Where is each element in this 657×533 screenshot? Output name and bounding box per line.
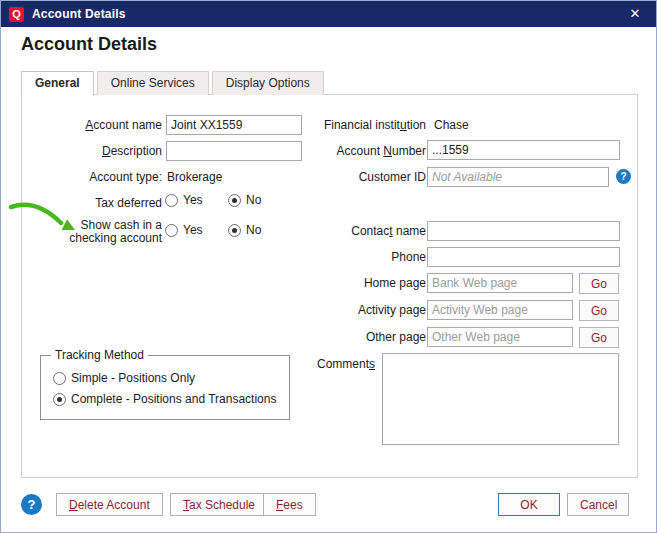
customer-id-help-icon[interactable]: ? [616,169,631,184]
account-details-dialog: Q Account Details ✕ Account Details Gene… [0,0,657,533]
tab-bar: General Online Services Display Options [21,71,327,95]
contact-name-label: Contact name [252,224,426,238]
account-type-label: Account type: [27,170,162,184]
contact-name-input[interactable] [427,221,620,241]
radio-button-icon [53,393,66,406]
delete-account-button[interactable]: Delete Account [56,493,163,516]
window-title: Account Details [32,7,126,21]
description-label: Description [27,144,162,158]
activity-page-label: Activity page [252,303,426,317]
home-page-go-button[interactable]: Go [579,273,619,294]
financial-institution-value: Chase [434,118,469,132]
tab-online-services[interactable]: Online Services [97,71,209,95]
home-page-label: Home page [252,276,426,290]
close-icon[interactable]: ✕ [614,1,656,27]
tracking-method-legend: Tracking Method [51,348,148,362]
radio-button-icon [228,194,241,207]
comments-label: Comments [252,357,375,371]
show-cash-label-line2: checking account [27,232,162,245]
phone-label: Phone [252,250,426,264]
show-cash-label: Show cash in a checking account [27,219,162,245]
other-page-go-button[interactable]: Go [579,327,619,348]
other-page-input[interactable] [427,327,573,347]
tracking-simple-radio[interactable]: Simple - Positions Only [53,371,279,385]
account-type-value: Brokerage [167,170,222,184]
activity-page-go-button[interactable]: Go [579,300,619,321]
radio-button-icon [228,224,241,237]
radio-label: Yes [183,193,203,207]
tab-display-options[interactable]: Display Options [212,71,324,95]
account-number-label: Account Number [252,144,426,158]
ok-button[interactable]: OK [498,493,560,516]
home-page-input[interactable] [427,273,573,293]
radio-button-icon [53,372,66,385]
tax-deferred-label: Tax deferred [27,196,162,210]
tracking-complete-radio[interactable]: Complete - Positions and Transactions [53,392,279,406]
radio-label: Yes [183,223,203,237]
quicken-logo-icon: Q [9,7,24,22]
cancel-button[interactable]: Cancel [567,493,629,516]
page-title: Account Details [21,34,157,55]
radio-label: Simple - Positions Only [71,371,195,385]
radio-label: Complete - Positions and Transactions [71,392,276,406]
account-name-label: Account name [27,118,162,132]
help-icon[interactable]: ? [21,494,42,515]
activity-page-input[interactable] [427,300,573,320]
customer-id-input[interactable] [427,167,609,187]
tax-schedule-button[interactable]: Tax Schedule [170,493,268,516]
financial-institution-label: Financial institution [252,118,426,132]
show-cash-yes-radio[interactable]: Yes [165,223,203,237]
customer-id-label: Customer ID [252,170,426,184]
titlebar: Q Account Details ✕ [1,1,656,27]
tab-general[interactable]: General [21,71,94,96]
radio-button-icon [165,224,178,237]
other-page-label: Other page [252,330,426,344]
account-number-input[interactable] [427,140,620,160]
phone-input[interactable] [427,247,620,267]
general-tab-panel: Account name Description Account type: B… [21,94,638,478]
comments-textarea[interactable] [382,353,619,445]
fees-button[interactable]: Fees [263,493,316,516]
tax-deferred-no-radio[interactable]: No [228,193,261,207]
radio-label: No [246,193,261,207]
tax-deferred-yes-radio[interactable]: Yes [165,193,203,207]
radio-button-icon [165,194,178,207]
